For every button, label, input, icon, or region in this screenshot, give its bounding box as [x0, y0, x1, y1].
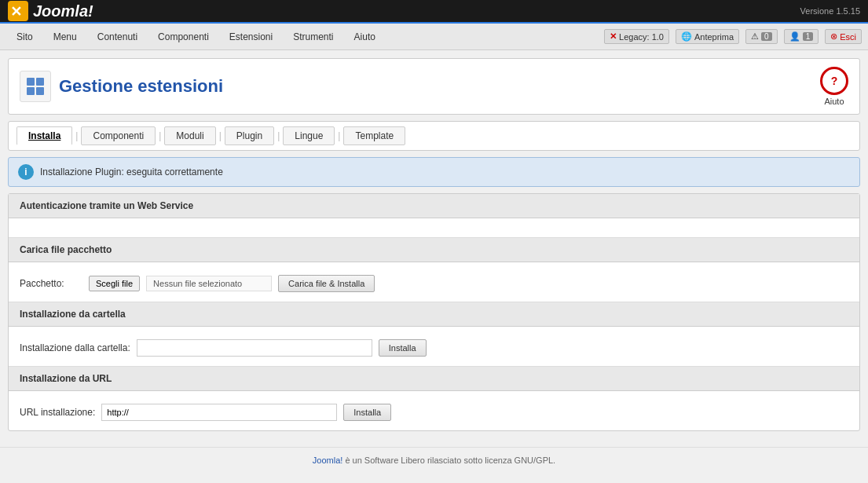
- help-label: Aiuto: [824, 97, 844, 106]
- main-content: Autenticazione tramite un Web Service Ca…: [8, 193, 860, 431]
- tab-sep-1: |: [74, 126, 79, 145]
- svg-rect-4: [27, 87, 35, 95]
- alert-count: 0: [761, 32, 772, 41]
- preview-icon: 🌐: [681, 31, 692, 42]
- content-wrapper: Gestione estensioni ? Aiuto Installa | C…: [0, 50, 868, 439]
- extensions-icon: [20, 71, 51, 102]
- section-webservice-title: Autenticazione tramite un Web Service: [9, 194, 859, 218]
- tab-sep-2: |: [157, 126, 163, 145]
- file-name-display: Nessun file selezionato: [146, 276, 272, 291]
- user-icon: 👤: [789, 31, 800, 42]
- menu-item-contenuti[interactable]: Contenuti: [87, 26, 148, 48]
- tab-moduli[interactable]: Moduli: [164, 126, 215, 145]
- tab-sep-4: |: [276, 126, 281, 145]
- navbar: Sito Menu Contenuti Componenti Estension…: [0, 24, 868, 50]
- footer: Joomla! è un Software Libero rilasciato …: [0, 447, 868, 473]
- section-folder-title: Installazione da cartella: [9, 302, 859, 327]
- folder-form-row: Installazione dalla cartella: Installa: [20, 339, 848, 357]
- url-install-button[interactable]: Installa: [343, 404, 391, 421]
- help-circle-icon: ?: [820, 67, 848, 95]
- right-toolbar: ✕ Legacy: 1.0 🌐 Anteprima ⚠ 0 👤 1 ⊗ Esci: [604, 29, 862, 44]
- legacy-x-icon: ✕: [610, 31, 617, 42]
- menu-item-sito[interactable]: Sito: [6, 26, 43, 48]
- menu-item-componenti[interactable]: Componenti: [148, 26, 219, 48]
- users-badge[interactable]: 👤 1: [784, 29, 819, 44]
- menu-item-menu[interactable]: Menu: [43, 26, 87, 48]
- pacchetto-label: Pacchetto:: [20, 278, 82, 289]
- svg-rect-2: [27, 78, 35, 86]
- legacy-badge[interactable]: ✕ Legacy: 1.0: [604, 29, 669, 44]
- menu-item-aiuto[interactable]: Aiuto: [344, 26, 386, 48]
- logo-area: ✕ Joomla!: [8, 1, 93, 21]
- tab-installa[interactable]: Installa: [16, 126, 72, 145]
- info-icon: i: [18, 164, 34, 180]
- logout-icon: ⊗: [830, 31, 837, 42]
- joomla-logo-icon: ✕: [8, 1, 28, 21]
- svg-rect-5: [36, 87, 44, 95]
- section-url: Installazione da URL URL installazione: …: [9, 367, 859, 430]
- section-url-title: Installazione da URL: [9, 367, 859, 391]
- section-folder-content: Installazione dalla cartella: Installa: [9, 327, 859, 367]
- main-menu: Sito Menu Contenuti Componenti Estension…: [6, 26, 386, 48]
- tab-sep-3: |: [218, 126, 223, 145]
- footer-link[interactable]: Joomla!: [313, 456, 343, 465]
- preview-badge[interactable]: 🌐 Anteprima: [676, 29, 739, 44]
- upload-install-button[interactable]: Carica file & Installa: [278, 275, 375, 292]
- topbar: ✕ Joomla! Versione 1.5.15: [0, 0, 868, 24]
- section-url-content: URL installazione: Installa: [9, 391, 859, 430]
- alert-icon: ⚠: [751, 31, 759, 42]
- page-title-area: Gestione estensioni: [20, 71, 223, 102]
- folder-input[interactable]: [137, 339, 372, 357]
- section-upload-title: Carica file pacchetto: [9, 238, 859, 262]
- tab-componenti[interactable]: Componenti: [81, 126, 156, 145]
- tab-bar: Installa | Componenti | Moduli | Plugin …: [8, 121, 860, 151]
- section-folder: Installazione da cartella Installazione …: [9, 302, 859, 367]
- section-webservice: Autenticazione tramite un Web Service: [9, 194, 859, 238]
- version-text: Versione 1.5.15: [800, 6, 860, 16]
- tab-sep-5: |: [336, 126, 342, 145]
- tab-plugin[interactable]: Plugin: [225, 126, 274, 145]
- logout-button[interactable]: ⊗ Esci: [825, 29, 862, 44]
- svg-rect-3: [36, 78, 44, 86]
- choose-file-button[interactable]: Scegli file: [89, 276, 140, 291]
- folder-install-button[interactable]: Installa: [379, 339, 427, 357]
- page-header: Gestione estensioni ? Aiuto: [8, 58, 860, 115]
- preview-label: Anteprima: [694, 32, 734, 42]
- menu-item-strumenti[interactable]: Strumenti: [283, 26, 343, 48]
- joomla-logo-text: Joomla!: [33, 2, 93, 20]
- legacy-label: Legacy: 1.0: [619, 32, 664, 42]
- section-upload: Carica file pacchetto Pacchetto: Scegli …: [9, 238, 859, 302]
- page-title: Gestione estensioni: [59, 76, 223, 97]
- logout-label: Esci: [840, 32, 856, 42]
- menu-item-estensioni[interactable]: Estensioni: [219, 26, 283, 48]
- url-input[interactable]: [101, 404, 337, 421]
- section-webservice-content: [9, 218, 859, 238]
- alerts-badge[interactable]: ⚠ 0: [745, 29, 778, 44]
- tab-lingue[interactable]: Lingue: [283, 126, 335, 145]
- upload-form-row: Pacchetto: Scegli file Nessun file selez…: [20, 275, 848, 292]
- info-text: Installazione Plugin: eseguita correttam…: [40, 166, 223, 177]
- info-message: i Installazione Plugin: eseguita corrett…: [8, 157, 860, 187]
- url-label: URL installazione:: [20, 407, 95, 418]
- section-upload-content: Pacchetto: Scegli file Nessun file selez…: [9, 262, 859, 302]
- user-count: 1: [803, 32, 814, 41]
- folder-label: Installazione dalla cartella:: [20, 342, 130, 353]
- help-button[interactable]: ? Aiuto: [820, 67, 848, 106]
- tab-template[interactable]: Template: [343, 126, 405, 145]
- footer-text: è un Software Libero rilasciato sotto li…: [342, 456, 555, 465]
- svg-text:✕: ✕: [10, 4, 22, 20]
- url-form-row: URL installazione: Installa: [20, 404, 848, 421]
